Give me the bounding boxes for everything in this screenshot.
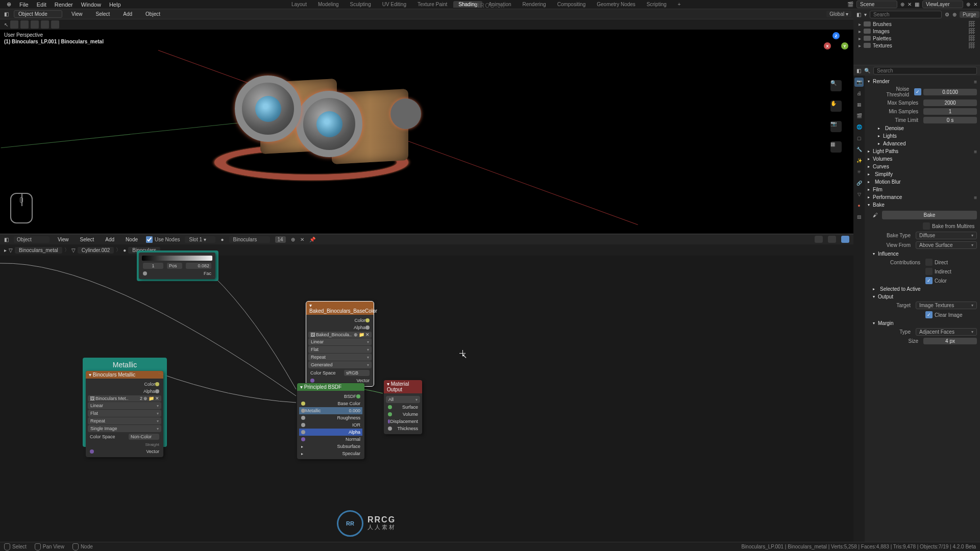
- purge-button[interactable]: Purge: [960, 11, 979, 18]
- filter-icon[interactable]: ⚙: [945, 12, 949, 17]
- image-texture-metallic-node[interactable]: ▾ Binoculars Metallic Color Alpha 🖼Binoc…: [86, 371, 163, 457]
- menu-render[interactable]: Render: [51, 2, 77, 8]
- crumb-object[interactable]: Binoculars_metal: [15, 247, 62, 254]
- v3d-select[interactable]: Select: [92, 11, 114, 17]
- tab-layout[interactable]: Layout: [286, 1, 312, 8]
- node-overlay-icon[interactable]: [828, 236, 836, 243]
- camera-icon[interactable]: 📷: [830, 121, 842, 132]
- breadcrumb-icon[interactable]: ▸: [4, 247, 7, 253]
- time-limit-val[interactable]: 0 s: [923, 117, 977, 123]
- tool-btn-2[interactable]: [20, 20, 29, 29]
- pin-icon[interactable]: 📌: [309, 237, 315, 242]
- viewlayer-field[interactable]: ViewLayer: [922, 1, 963, 8]
- tab-geonodes[interactable]: Geometry Nodes: [592, 1, 641, 8]
- node-snap-icon[interactable]: [815, 236, 823, 243]
- menu-help[interactable]: Help: [105, 2, 125, 8]
- motionblur-panel[interactable]: ▸Motion Blur: [868, 178, 977, 186]
- backdrop-icon[interactable]: [841, 236, 849, 243]
- advanced-panel[interactable]: ▸Advanced: [873, 140, 977, 147]
- outliner-item-images[interactable]: ▸Images: [856, 28, 977, 35]
- margin-type-dropdown[interactable]: Adjacent Faces▾: [916, 328, 977, 336]
- indirect-check[interactable]: [925, 268, 933, 275]
- material-slot[interactable]: Slot 1 ▾: [185, 236, 215, 243]
- mesh-tab-icon[interactable]: ▽: [854, 190, 864, 199]
- tool-btn-4[interactable]: [41, 20, 49, 29]
- node-editor-type-icon[interactable]: ◧: [4, 237, 9, 242]
- texture-tab-icon[interactable]: ▧: [854, 212, 864, 221]
- output-tab-icon[interactable]: 🖨: [854, 89, 864, 98]
- material-output-node[interactable]: ▾ Material Output All▾ Surface Volume Di…: [384, 380, 422, 434]
- new-material-icon[interactable]: ⊕: [291, 237, 295, 242]
- axis-z-icon[interactable]: Z: [832, 32, 840, 39]
- zoom-icon[interactable]: 🔍: [830, 80, 842, 91]
- sel-to-active-subpanel[interactable]: ▸Selected to Active: [873, 285, 977, 293]
- scene-field[interactable]: Scene: [856, 1, 897, 8]
- max-samples-val[interactable]: 2000: [923, 99, 977, 106]
- bake-multires-check[interactable]: [923, 222, 930, 230]
- outliner-item-brushes[interactable]: ▸Brushes: [856, 20, 977, 28]
- viewlayer-tab-icon[interactable]: ▦: [854, 100, 864, 109]
- tab-scripting[interactable]: Scripting: [642, 1, 672, 8]
- node-editor[interactable]: ◧ Object View Select Add Node Use Nodes …: [0, 234, 853, 542]
- margin-size-val[interactable]: 4 px: [923, 338, 977, 344]
- material-name-field[interactable]: Binoculars: [229, 236, 270, 243]
- tool-btn-3[interactable]: [31, 20, 39, 29]
- min-samples-val[interactable]: 1: [923, 108, 977, 115]
- persp-icon[interactable]: ▦: [830, 141, 842, 153]
- bake-button[interactable]: Bake: [882, 211, 977, 219]
- mode-select[interactable]: Object Mode: [14, 10, 62, 18]
- lightpaths-panel[interactable]: ▸Light Paths≡: [868, 147, 977, 155]
- view-from-dropdown[interactable]: Above Surface▾: [916, 241, 977, 249]
- tab-modeling[interactable]: Modeling: [313, 1, 344, 8]
- new-collection-icon[interactable]: ⊕: [952, 12, 957, 17]
- unlink-material-icon[interactable]: ✕: [300, 237, 304, 242]
- pan-icon[interactable]: ✋: [830, 101, 842, 112]
- direct-check[interactable]: [925, 259, 933, 266]
- influence-subpanel[interactable]: ▾Influence: [873, 250, 977, 258]
- physics-tab-icon[interactable]: ⚛: [854, 167, 864, 177]
- node-add[interactable]: Add: [102, 237, 117, 242]
- properties-content[interactable]: ▾Render≡ Noise Threshold✓0.0100 Max Samp…: [865, 76, 980, 542]
- axis-x-icon[interactable]: X: [824, 42, 831, 49]
- menu-edit[interactable]: Edit: [33, 2, 51, 8]
- curves-panel[interactable]: ▸Curves: [868, 163, 977, 170]
- tab-sculpting[interactable]: Sculpting: [345, 1, 376, 8]
- properties-type-icon[interactable]: ◧: [856, 68, 861, 73]
- menu-file[interactable]: File: [15, 2, 33, 8]
- outliner-type-icon[interactable]: ◧: [856, 12, 861, 17]
- transform-orient[interactable]: Global ▾: [826, 11, 851, 17]
- colorramp-node[interactable]: 1Pos0.082 Fac: [139, 253, 215, 279]
- new-viewlayer-icon[interactable]: ⊕: [966, 2, 970, 7]
- tool-btn-5[interactable]: [51, 20, 59, 29]
- blender-icon[interactable]: ⊕: [3, 1, 15, 8]
- lights-panel[interactable]: ▸Lights: [873, 132, 977, 140]
- material-users[interactable]: 14: [275, 236, 286, 243]
- axis-y-icon[interactable]: Y: [841, 42, 848, 49]
- modifier-tab-icon[interactable]: 🔧: [854, 145, 864, 154]
- use-nodes-checkbox[interactable]: Use Nodes: [146, 236, 180, 243]
- denoise-panel[interactable]: ▸Denoise: [873, 124, 977, 132]
- tool-btn-1[interactable]: [10, 20, 18, 29]
- outliner-item-textures[interactable]: ▸Textures: [856, 42, 977, 49]
- nav-gizmo[interactable]: Z Y X: [824, 32, 848, 57]
- display-mode-icon[interactable]: ▾: [864, 12, 867, 17]
- film-panel[interactable]: ▸Film: [868, 186, 977, 193]
- color-check[interactable]: ✓: [925, 277, 933, 284]
- image-texture-basecolor-node[interactable]: ▾ Baked_Binoculars_BaseColor Color Alpha…: [306, 302, 374, 386]
- metallic-frame[interactable]: Metallic ▾ Binoculars Metallic Color Alp…: [83, 358, 167, 447]
- render-tab-icon[interactable]: 📷: [854, 78, 864, 87]
- volumes-panel[interactable]: ▸Volumes: [868, 155, 977, 163]
- simplify-panel[interactable]: ▸Simplify: [868, 170, 977, 178]
- remove-viewlayer-icon[interactable]: ✕: [973, 2, 977, 7]
- object-tab-icon[interactable]: ▢: [854, 134, 864, 143]
- outliner-search[interactable]: [870, 11, 942, 18]
- v3d-view[interactable]: View: [67, 11, 87, 17]
- cursor-tool-icon[interactable]: ↖: [4, 22, 8, 28]
- bake-type-dropdown[interactable]: Diffuse▾: [916, 232, 977, 239]
- target-dropdown[interactable]: Image Textures▾: [916, 302, 977, 309]
- new-scene-icon[interactable]: ⊕: [900, 2, 904, 7]
- output-subpanel[interactable]: ▾Output: [873, 293, 977, 300]
- editor-type-icon[interactable]: ◧: [4, 11, 9, 17]
- viewport-3d[interactable]: User Perspective (1) Binoculars_LP.001 |…: [0, 30, 853, 234]
- menu-window[interactable]: Window: [77, 2, 105, 8]
